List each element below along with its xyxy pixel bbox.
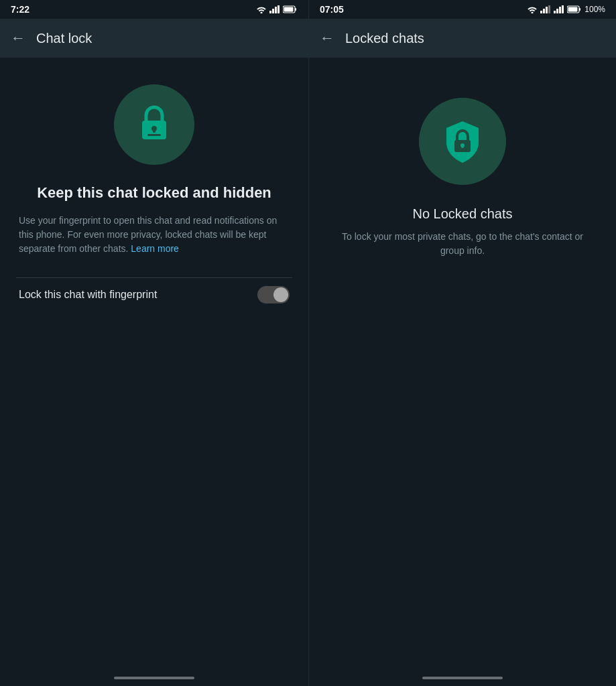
right-content: No Locked chats To lock your most privat…	[309, 58, 616, 677]
main-heading: Keep this chat locked and hidden	[37, 184, 271, 203]
status-icons-right: 100%	[527, 5, 605, 14]
left-panel: 7:22 ← Chat lock	[0, 0, 308, 686]
home-indicator-right	[422, 677, 503, 679]
svg-rect-12	[543, 9, 545, 13]
wifi-icon-right	[527, 5, 538, 13]
toggle-label: Lock this chat with fingerprint	[19, 289, 157, 301]
svg-rect-3	[278, 5, 280, 13]
svg-rect-14	[548, 5, 550, 13]
left-content: Keep this chat locked and hidden Use you…	[0, 58, 308, 677]
lock-chat-icon	[133, 103, 176, 146]
svg-rect-13	[546, 7, 548, 13]
description-text: Use your fingerprint to open this chat a…	[16, 214, 292, 256]
svg-rect-18	[562, 5, 564, 13]
header-left: ← Chat lock	[0, 19, 308, 58]
shield-lock-icon	[438, 117, 487, 165]
svg-rect-0	[269, 11, 271, 13]
svg-rect-9	[153, 129, 156, 133]
status-icons-left	[256, 5, 298, 13]
svg-rect-11	[540, 11, 542, 13]
signal-icon-right	[540, 5, 551, 13]
right-panel: 07:05	[308, 0, 616, 686]
svg-rect-6	[284, 7, 294, 12]
signal-icon	[269, 5, 280, 13]
svg-rect-1	[272, 9, 274, 13]
bottom-bar-right	[309, 677, 616, 686]
right-header-title: Locked chats	[345, 31, 424, 46]
learn-more-link[interactable]: Learn more	[131, 243, 179, 254]
svg-rect-5	[295, 8, 296, 11]
svg-rect-17	[559, 7, 561, 13]
left-header-title: Chat lock	[36, 31, 92, 46]
status-bar-left: 7:22	[0, 0, 308, 19]
svg-rect-10	[147, 134, 161, 136]
svg-rect-20	[579, 8, 580, 11]
svg-rect-15	[554, 11, 556, 13]
svg-rect-24	[462, 145, 464, 148]
status-time-right: 07:05	[320, 4, 344, 15]
svg-rect-16	[556, 9, 558, 13]
battery-percent: 100%	[584, 5, 605, 14]
svg-rect-21	[568, 7, 578, 12]
no-locked-heading: No Locked chats	[413, 206, 513, 222]
battery-icon-right	[567, 5, 582, 13]
fingerprint-toggle[interactable]	[257, 286, 290, 303]
bottom-bar-left	[0, 677, 308, 686]
svg-rect-2	[275, 7, 277, 13]
battery-icon	[283, 5, 298, 13]
home-indicator-left	[114, 677, 194, 679]
status-time-left: 7:22	[11, 4, 29, 15]
shield-icon-circle	[419, 98, 506, 185]
back-button-left[interactable]: ←	[11, 29, 25, 47]
status-bar-right: 07:05	[309, 0, 616, 19]
header-right: ← Locked chats	[309, 19, 616, 58]
toggle-row: Lock this chat with fingerprint	[16, 277, 292, 312]
back-button-right[interactable]: ←	[320, 29, 334, 47]
no-locked-description: To lock your most private chats, go to t…	[330, 230, 595, 258]
signal-icon-right2	[554, 5, 564, 13]
lock-icon-circle	[114, 84, 194, 165]
wifi-icon	[256, 5, 267, 13]
